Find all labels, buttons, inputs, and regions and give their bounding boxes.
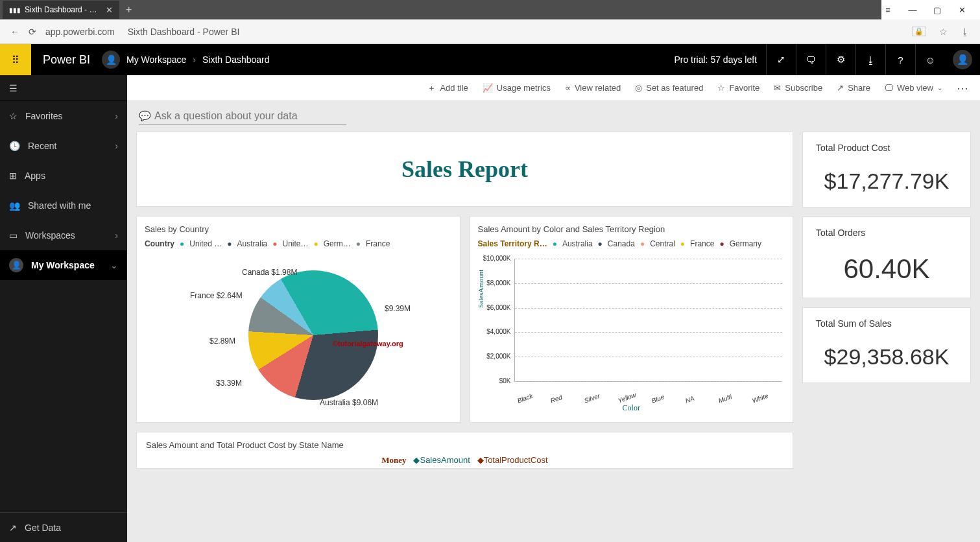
nav-recent[interactable]: 🕓 Recent › — [0, 131, 127, 161]
usage-metrics-button[interactable]: 📈Usage metrics — [483, 83, 551, 93]
qa-input[interactable] — [139, 108, 346, 125]
breadcrumb-workspace[interactable]: My Workspace — [126, 54, 186, 65]
user-avatar-icon[interactable]: 👤 — [102, 51, 120, 69]
plus-icon: ＋ — [427, 82, 436, 94]
chart-icon: 📈 — [483, 83, 493, 93]
nav-label: Apps — [25, 171, 45, 181]
label: Add tile — [440, 83, 468, 93]
close-icon[interactable]: ✕ — [106, 5, 113, 15]
pie-legend: CountryUnited …AustraliaUnite…Germ…Franc… — [145, 239, 452, 248]
view-related-button[interactable]: ∝View related — [565, 83, 621, 93]
chevron-right-icon: › — [115, 141, 118, 151]
url-host[interactable]: app.powerbi.com — [45, 27, 115, 37]
pie-data-label: Australia $9.06M — [320, 398, 378, 407]
workspaces-icon: ▭ — [9, 230, 18, 241]
monitor-icon: 🖵 — [885, 83, 893, 93]
mail-icon: ✉ — [774, 83, 781, 93]
trial-text: Pro trial: 57 days left — [674, 54, 766, 65]
tile-report-title[interactable]: Sales Report — [136, 132, 793, 207]
window-close-icon[interactable]: ✕ — [955, 5, 968, 15]
star-icon: ☆ — [9, 111, 18, 121]
nav-label: Get Data — [25, 523, 61, 533]
refresh-icon[interactable]: ⟳ — [29, 27, 36, 37]
label: Set as featured — [646, 83, 703, 93]
add-tile-button[interactable]: ＋Add tile — [427, 82, 468, 94]
share-icon: 👥 — [9, 200, 20, 211]
money-label: Money — [381, 455, 406, 465]
apps-icon: ⊞ — [9, 171, 17, 181]
pie-chart — [248, 270, 378, 400]
chart-title: Sales Amount and Total Product Cost by S… — [146, 440, 783, 450]
lock-icon[interactable]: 🔒 — [912, 27, 926, 36]
bar-legend: Sales Territory R…AustraliaCanadaCentral… — [478, 239, 785, 248]
tab-title: Sixth Dashboard - Power BI — [25, 5, 102, 14]
maximize-icon[interactable]: ▢ — [931, 5, 944, 15]
share-button[interactable]: ↗Share — [837, 83, 870, 93]
download-app-icon[interactable]: ⭳ — [855, 44, 885, 75]
kpi-value: $29,358.68K — [816, 344, 957, 370]
left-nav: ☰ ☆ Favorites › 🕓 Recent › ⊞ Apps 👥 Shar… — [0, 75, 127, 542]
nav-label: Favorites — [25, 111, 63, 121]
pie-data-label: Canada $1.98M — [242, 268, 297, 277]
nav-shared[interactable]: 👥 Shared with me — [0, 191, 127, 220]
star-icon: ☆ — [717, 83, 725, 93]
y-axis-label: SalesAmount — [477, 270, 484, 308]
gear-icon[interactable]: ⚙ — [826, 44, 855, 75]
set-featured-button[interactable]: ◎Set as featured — [635, 83, 703, 93]
nav-favorites[interactable]: ☆ Favorites › — [0, 101, 127, 131]
tile-total-sales[interactable]: Total Sum of Sales $29,358.68K — [802, 307, 971, 383]
breadcrumb: My Workspace › Sixth Dashboard — [126, 54, 270, 65]
share-icon: ↗ — [837, 83, 844, 93]
nav-label: Workspaces — [25, 230, 75, 241]
label: View related — [575, 83, 621, 93]
chevron-right-icon: › — [193, 54, 196, 65]
more-icon[interactable]: ⋯ — [957, 81, 970, 95]
pie-data-label: France $2.64M — [190, 291, 243, 300]
nav-label: Recent — [28, 141, 56, 151]
hamburger-icon[interactable]: ☰ — [0, 75, 127, 101]
tile-total-orders[interactable]: Total Orders 60.40K — [802, 217, 971, 298]
chevron-right-icon: › — [115, 111, 118, 121]
kpi-value: $17,277.79K — [816, 169, 957, 194]
smile-icon[interactable]: ☺ — [915, 44, 945, 75]
label: Share — [848, 83, 870, 93]
fullscreen-icon[interactable]: ⤢ — [766, 44, 796, 75]
profile-avatar-icon[interactable]: 👤 — [953, 50, 972, 69]
comment-icon[interactable]: 🗨 — [796, 44, 826, 75]
app-name: Power BI — [31, 53, 102, 67]
tile-sales-by-country[interactable]: Sales by Country CountryUnited …Australi… — [136, 216, 460, 423]
report-title: Sales Report — [137, 132, 793, 206]
badge-icon: ◎ — [635, 83, 642, 93]
download-icon[interactable]: ⭳ — [961, 27, 970, 37]
breadcrumb-dashboard[interactable]: Sixth Dashboard — [202, 54, 270, 65]
chat-icon: 💬 — [139, 110, 151, 122]
back-icon[interactable]: ← — [10, 27, 19, 37]
nav-my-workspace[interactable]: 👤 My Workspace ⌄ — [0, 250, 127, 280]
app-header: ⠿ Power BI 👤 My Workspace › Sixth Dashbo… — [0, 44, 980, 75]
browser-tab[interactable]: ▮▮▮ Sixth Dashboard - Power BI ✕ — [3, 1, 119, 19]
tile-total-product-cost[interactable]: Total Product Cost $17,277.79K — [802, 132, 971, 207]
chart-title: Sales Amount by Color and Sales Territor… — [478, 224, 785, 234]
nav-label: Shared with me — [28, 200, 91, 211]
user-avatar-icon: 👤 — [9, 258, 23, 272]
favorite-button[interactable]: ☆Favorite — [717, 83, 759, 93]
tile-sales-by-state[interactable]: Sales Amount and Total Product Cost by S… — [136, 432, 793, 469]
minimize-icon[interactable]: — — [906, 5, 919, 15]
nav-get-data[interactable]: ↗ Get Data — [0, 512, 127, 542]
address-bar: ← ⟳ app.powerbi.com Sixth Dashboard - Po… — [0, 19, 980, 44]
chevron-down-icon: ⌄ — [937, 84, 942, 91]
kpi-value: 60.40K — [816, 253, 957, 285]
nav-apps[interactable]: ⊞ Apps — [0, 161, 127, 191]
browser-menu-icon[interactable]: ≡ — [881, 5, 894, 15]
app-menu-icon[interactable]: ⠿ — [0, 44, 31, 75]
star-icon[interactable]: ☆ — [939, 27, 948, 37]
web-view-button[interactable]: 🖵Web view⌄ — [885, 83, 942, 93]
pie-data-label: $2.89M — [209, 336, 235, 346]
help-icon[interactable]: ? — [885, 44, 915, 75]
tile-sales-by-color[interactable]: Sales Amount by Color and Sales Territor… — [470, 216, 794, 423]
label: Subscribe — [785, 83, 822, 93]
nav-workspaces[interactable]: ▭ Workspaces › — [0, 220, 127, 250]
subscribe-button[interactable]: ✉Subscribe — [774, 83, 822, 93]
bar-chart: BlackRedSilverYellowBlueNAMultiWhite $0K… — [514, 259, 783, 382]
new-tab-button[interactable]: + — [119, 4, 138, 16]
